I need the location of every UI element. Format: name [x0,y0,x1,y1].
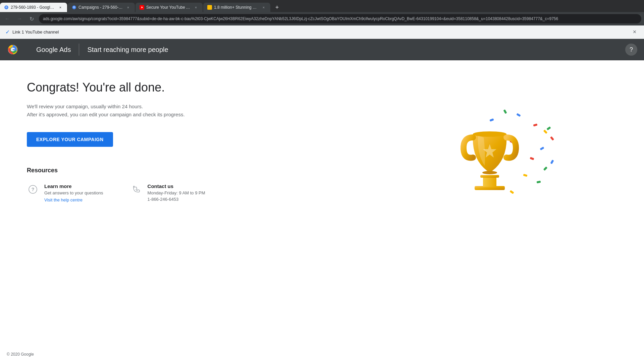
tab-1[interactable]: G 279-560-1893 - Google Ads × [0,3,67,12]
address-bar[interactable]: ads.google.com/aw/signup/congrats?ocid=3… [39,14,641,23]
confetti-piece-9 [550,136,554,140]
confetti-piece-10 [537,181,541,183]
contact-hours: Monday-Friday: 9 AM to 9 PM [148,190,205,195]
new-tab-button[interactable]: + [272,3,282,12]
check-icon: ✓ [5,29,10,35]
learn-more-content: Learn more Get answers to your questions… [44,183,103,203]
tab-1-label: 279-560-1893 - Google Ads [11,5,56,10]
notification-bar: ✓ Link 1 YouTube channel × [0,25,644,39]
google-ads-logo: Google Ads [7,44,71,56]
learn-more-desc: Get answers to your questions [44,190,103,195]
svg-rect-11 [480,175,499,178]
tab-3-label: Secure Your YouTube Account... [146,5,191,10]
confetti-piece-6 [543,167,548,171]
learn-more-name: Learn more [44,183,103,189]
contact-us-item: Contact us Monday-Friday: 9 AM to 9 PM 1… [130,183,205,203]
reload-button[interactable]: ↻ [27,14,36,23]
main-content: Congrats! You're all done. We'll review … [0,60,644,362]
tab-1-close[interactable]: × [58,5,63,10]
browser-chrome: G 279-560-1893 - Google Ads × G Campaign… [0,0,644,25]
tab-3-close[interactable]: × [193,5,199,10]
svg-text:G: G [73,6,75,8]
app-header: Google Ads Start reaching more people ? [0,39,644,60]
contact-us-name: Contact us [148,183,205,189]
confetti-piece-4 [540,146,544,150]
tab-1-favicon: G [4,5,9,10]
confetti-piece-0 [516,113,521,117]
logo-shape [7,44,19,56]
tab-4-close[interactable]: × [261,5,266,10]
help-button[interactable]: ? [625,44,637,56]
footer-text: © 2020 Google [7,352,34,357]
logo-text: Google Ads [36,46,71,54]
help-circle-icon: ? [27,183,39,195]
help-centre-link[interactable]: Visit the help centre [44,197,83,202]
contact-us-content: Contact us Monday-Friday: 9 AM to 9 PM 1… [148,183,205,202]
header-title: Start reaching more people [87,46,620,54]
trophy-svg [456,121,523,194]
address-bar-row: ← → ↻ ads.google.com/aw/signup/congrats?… [0,12,644,25]
confetti-piece-2 [503,109,507,114]
tab-2-label: Campaigns - 279-560-1893 -... [78,5,123,10]
tab-2-close[interactable]: × [125,5,131,10]
tab-3-favicon [140,5,144,10]
confetti-piece-7 [523,174,527,177]
footer: © 2020 Google [7,352,34,357]
confetti-piece-3 [543,130,548,134]
explore-campaign-button[interactable]: EXPLORE YOUR CAMPAIGN [27,132,113,147]
address-text: ads.google.com/aw/signup/congrats?ocid=3… [43,16,558,21]
tab-4-favicon [207,5,212,10]
tab-4[interactable]: 1.8 million+ Stunning Free Im... × [203,3,270,12]
back-button[interactable]: ← [3,14,12,23]
phone-icon [130,183,142,195]
tab-3[interactable]: Secure Your YouTube Account... × [136,3,203,12]
svg-point-13 [482,171,497,174]
confetti-piece-12 [550,160,554,164]
tab-2[interactable]: G Campaigns - 279-560-1893 -... × [68,3,135,12]
learn-more-item: ? Learn more Get answers to your questio… [27,183,103,203]
confetti-piece-5 [530,157,534,160]
svg-text:G: G [5,6,7,8]
contact-phone: 1-866-246-6453 [148,197,205,202]
confetti-piece-1 [533,124,537,127]
trophy-illustration [443,107,550,208]
svg-point-12 [473,131,506,137]
tab-2-favicon: G [72,5,76,10]
tab-4-label: 1.8 million+ Stunning Free Im... [214,5,259,10]
tab-bar: G 279-560-1893 - Google Ads × G Campaign… [0,0,644,12]
forward-button[interactable]: → [15,14,24,23]
confetti-piece-14 [546,126,551,130]
notification-text: Link 1 YouTube channel [12,29,628,35]
congrats-title: Congrats! You're all done. [27,80,617,95]
notification-close-button[interactable]: × [631,28,639,36]
svg-text:?: ? [32,187,35,192]
header-divider [79,44,79,56]
